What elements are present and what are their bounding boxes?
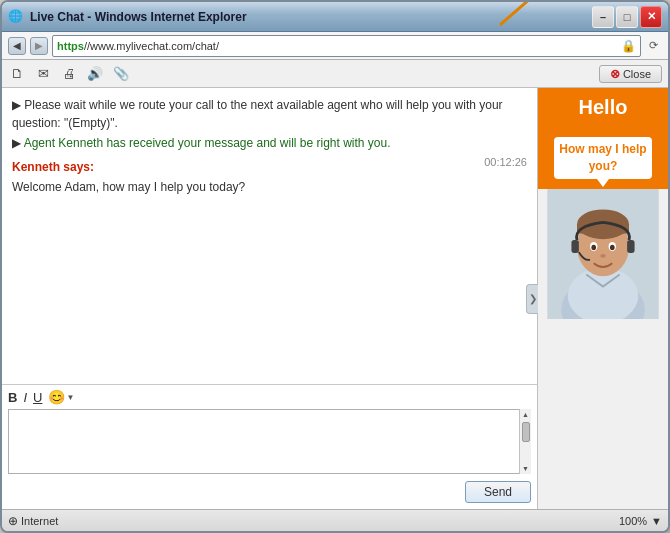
- address-bar: ◀ ▶ https //www.mylivechat.com/chat/ 🔒 ⟳: [2, 32, 668, 60]
- svg-point-6: [577, 209, 629, 239]
- message-input-wrap: ▲ ▼: [8, 409, 531, 477]
- main-content: Please wait while we route your call to …: [2, 88, 668, 509]
- address-input-wrap[interactable]: https //www.mylivechat.com/chat/ 🔒: [52, 35, 641, 57]
- zoom-dropdown-button[interactable]: ▼: [651, 515, 662, 527]
- maximize-button[interactable]: □: [616, 6, 638, 28]
- https-label: https: [57, 40, 84, 52]
- globe-status-icon: ⊕: [8, 514, 18, 528]
- agent-message-row: Kenneth says: 00:12:26: [12, 154, 527, 176]
- agent-photo: [538, 189, 668, 319]
- italic-button[interactable]: I: [23, 390, 27, 405]
- close-button[interactable]: ⊗ Close: [599, 65, 662, 83]
- attachment-icon[interactable]: 📎: [112, 65, 130, 83]
- system-message-2: Agent Kenneth has received your message …: [12, 134, 527, 152]
- system-message-1: Please wait while we route your call to …: [12, 96, 527, 132]
- scrollbar[interactable]: ▲ ▼: [519, 409, 531, 474]
- security-arrow-icon: [490, 0, 570, 30]
- status-left: ⊕ Internet: [8, 514, 58, 528]
- bold-button[interactable]: B: [8, 390, 17, 405]
- message-time: 00:12:26: [484, 154, 527, 171]
- emoji-dropdown-arrow: ▼: [66, 393, 74, 402]
- speaker-icon[interactable]: 🔊: [86, 65, 104, 83]
- hello-banner: Hello: [538, 88, 668, 127]
- chat-area: Please wait while we route your call to …: [2, 88, 538, 509]
- ie-toolbar: 🗋 ✉ 🖨 🔊 📎 ⊗ Close: [2, 60, 668, 88]
- svg-rect-14: [627, 240, 634, 253]
- chat-messages: Please wait while we route your call to …: [2, 88, 537, 384]
- refresh-button[interactable]: ⟳: [649, 39, 658, 52]
- help-speech-bubble: How may I help you?: [554, 137, 652, 179]
- help-text: How may I help you?: [558, 141, 648, 175]
- scroll-up-arrow[interactable]: ▲: [522, 411, 529, 418]
- close-btn-wrap: ⊗ Close: [599, 65, 662, 83]
- sidebar: ❯ Hello How may I help you?: [538, 88, 668, 509]
- svg-point-11: [610, 244, 615, 250]
- lock-icon: 🔒: [621, 39, 636, 53]
- underline-button[interactable]: U: [33, 390, 42, 405]
- svg-rect-13: [571, 240, 578, 253]
- close-label: Close: [623, 68, 651, 80]
- message-input[interactable]: [8, 409, 531, 474]
- close-x-icon: ⊗: [610, 67, 620, 81]
- scroll-thumb[interactable]: [522, 422, 530, 442]
- page-icon[interactable]: 🗋: [8, 65, 26, 83]
- zoom-level: 100%: [619, 515, 647, 527]
- window-close-button[interactable]: ✕: [640, 6, 662, 28]
- url-text: //www.mylivechat.com/chat/: [84, 40, 219, 52]
- browser-window: 🌐 Live Chat - Windows Internet Explorer …: [0, 0, 670, 533]
- format-toolbar: B I U 😊 ▼: [8, 389, 531, 405]
- browser-icon: 🌐: [8, 9, 24, 25]
- agent-message-text: Welcome Adam, how may I help you today?: [12, 176, 527, 196]
- mail-icon[interactable]: ✉: [34, 65, 52, 83]
- agent-name-label: Kenneth says:: [12, 158, 94, 176]
- svg-point-10: [591, 244, 596, 250]
- agent-avatar-svg: [543, 189, 663, 319]
- emoji-button[interactable]: 😊 ▼: [48, 389, 74, 405]
- send-row: Send: [8, 477, 531, 505]
- sidebar-expand-button[interactable]: ❯: [526, 284, 538, 314]
- forward-button[interactable]: ▶: [30, 37, 48, 55]
- minimize-button[interactable]: –: [592, 6, 614, 28]
- status-right: 100% ▼: [619, 515, 662, 527]
- chat-input-area: B I U 😊 ▼ ▲ ▼ Send: [2, 384, 537, 509]
- status-text: Internet: [21, 515, 58, 527]
- status-bar: ⊕ Internet 100% ▼: [2, 509, 668, 531]
- hello-title: Hello: [542, 96, 664, 119]
- print-icon[interactable]: 🖨: [60, 65, 78, 83]
- scroll-down-arrow[interactable]: ▼: [522, 465, 529, 472]
- window-controls: – □ ✕: [592, 6, 662, 28]
- send-button[interactable]: Send: [465, 481, 531, 503]
- back-button[interactable]: ◀: [8, 37, 26, 55]
- svg-point-12: [600, 254, 606, 258]
